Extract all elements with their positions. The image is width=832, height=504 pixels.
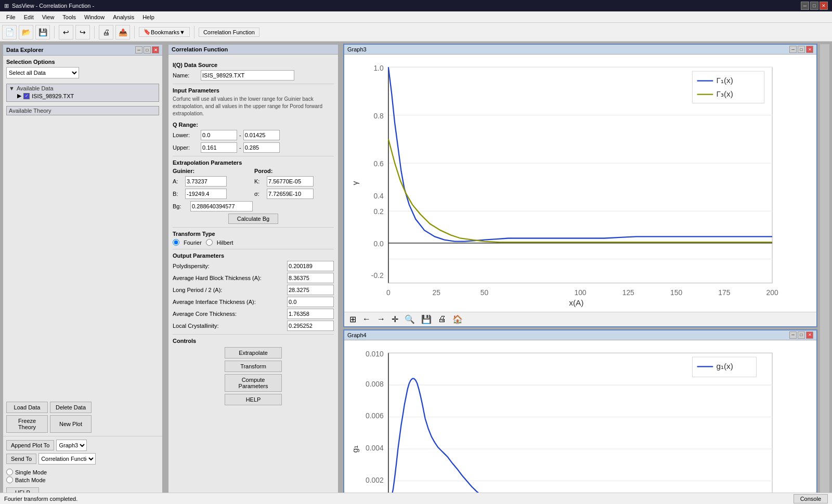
delete-data-button[interactable]: Delete Data [50,402,92,413]
k-label: K: [254,178,265,184]
status-bar: Fourier transform completed. Console [0,493,832,504]
expand-icon[interactable]: ▼ [9,85,15,91]
undo-button[interactable]: ↩ [59,25,73,39]
g3-save-icon[interactable]: 💾 [420,313,433,325]
sigma-input[interactable] [267,189,314,199]
expand-file-icon: ▶ [17,92,21,99]
porod-label: Porod: [254,168,334,174]
de-close-button[interactable]: ✕ [152,46,159,54]
long-period-label: Long Period / 2 (A): [173,287,287,293]
g4-minimize-button[interactable]: ─ [789,331,797,339]
g3-minimize-button[interactable]: ─ [789,46,797,53]
console-button[interactable]: Console [794,494,828,503]
append-plot-button[interactable]: Append Plot To [6,440,54,450]
g3-forward-icon[interactable]: → [376,313,386,325]
bg-input[interactable] [190,201,253,211]
send-to-button[interactable]: Send To [6,454,36,464]
menu-analysis[interactable]: Analysis [109,13,138,21]
available-data-section: ▼ Available Data ▶ ✓ ISIS_98929.TXT [6,84,159,102]
upper-max-input[interactable] [243,142,280,153]
g3-pan-icon[interactable]: ✛ [391,313,399,325]
file-checkbox[interactable]: ✓ [23,93,30,99]
batch-mode-radio[interactable] [6,476,13,483]
g3-home-icon[interactable]: 🏠 [451,313,464,325]
freeze-theory-button[interactable]: Freeze Theory [6,415,48,433]
menu-file[interactable]: File [2,13,20,21]
hilbert-radio[interactable] [206,239,213,246]
svg-text:0.8: 0.8 [373,112,384,120]
g4-maximize-button[interactable]: □ [798,331,805,339]
guinier-label: Guinier: [173,168,252,174]
avg-interface-input[interactable] [287,297,334,307]
svg-text:g₁(x): g₁(x) [716,362,733,370]
bookmarks-label[interactable]: 🔖 Bookmarks ▼ [139,27,190,37]
send-to-select[interactable]: Correlation Functio [38,453,96,465]
de-minimize-button[interactable]: ─ [135,46,142,54]
available-theory-section: Available Theory [6,106,159,115]
g4-close-button[interactable]: ✕ [806,331,813,339]
iq-datasource-title: I(Q) Data Source [173,62,334,68]
minimize-button[interactable]: ─ [801,2,809,10]
single-mode-radio[interactable] [6,469,13,475]
corr-help-button[interactable]: HELP [225,394,282,405]
graph4-window: Graph4 ─ □ ✕ [343,329,817,504]
print-button[interactable]: 🖨 [99,25,113,39]
fourier-label: Fourier [184,240,202,246]
tree-area: ▼ Available Data ▶ ✓ ISIS_98929.TXT Avai… [3,82,162,399]
lower-max-input[interactable] [243,130,280,140]
redo-button[interactable]: ↪ [75,25,90,39]
export-button[interactable]: 📤 [115,25,130,39]
menu-window[interactable]: Window [80,13,109,21]
close-button[interactable]: ✕ [820,2,828,10]
load-data-button[interactable]: Load Data [6,402,48,413]
local-crystallinity-input[interactable] [287,321,334,331]
fourier-radio[interactable] [173,239,179,246]
g3-maximize-button[interactable]: □ [798,46,805,53]
data-file-item[interactable]: ▶ ✓ ISIS_98929.TXT [9,91,157,100]
svg-text:γ: γ [350,181,359,185]
select-all-dropdown[interactable]: Select all Data [6,67,79,78]
svg-text:200: 200 [766,288,778,297]
svg-text:0.2: 0.2 [373,207,383,216]
data-explorer-title-bar: Data Explorer ─ □ ✕ [3,45,162,56]
app-icon: ⊞ [4,3,9,9]
graph3-toolbar: ⊞ ← → ✛ 🔍 💾 🖨 🏠 [344,312,816,326]
graph3-content: 1.0 0.8 0.6 0.4 0.2 0.0 -0.2 0 25 50 100… [344,55,816,312]
avg-hard-block-input[interactable] [287,273,334,283]
calc-bg-button[interactable]: Calculate Bg [228,214,278,224]
menu-help[interactable]: Help [138,13,159,21]
avg-core-input[interactable] [287,309,334,319]
menu-view[interactable]: View [38,13,59,21]
b-input[interactable] [185,189,227,199]
long-period-input[interactable] [287,285,334,295]
k-input[interactable] [267,176,314,187]
g3-table-icon[interactable]: ⊞ [348,313,357,325]
name-input[interactable] [201,70,294,81]
g3-print-icon[interactable]: 🖨 [437,313,447,325]
append-plot-select[interactable]: Graph3 [56,440,87,451]
lower-min-input[interactable] [201,130,237,140]
menu-edit[interactable]: Edit [20,13,38,21]
upper-min-input[interactable] [201,142,237,153]
svg-text:Γ₁(x): Γ₁(x) [716,76,733,85]
transform-button[interactable]: Transform [225,361,282,372]
action-buttons-area: Load Data Delete Data Freeze Theory New … [3,399,162,436]
transform-type-title: Transform Type [173,231,334,237]
g3-zoom-icon[interactable]: 🔍 [404,313,416,325]
a-input[interactable] [185,176,227,187]
new-plot-button[interactable]: New Plot [50,415,92,433]
de-maximize-button[interactable]: □ [144,46,151,54]
g3-back-icon[interactable]: ← [361,313,372,325]
new-button[interactable]: 📄 [2,25,17,39]
save-button[interactable]: 💾 [35,25,50,39]
maximize-button[interactable]: □ [810,2,818,10]
menu-bar: File Edit View Tools Window Analysis Hel… [0,11,832,23]
batch-mode-label: Batch Mode [15,477,46,483]
open-button[interactable]: 📂 [19,25,33,39]
svg-text:-0.2: -0.2 [371,271,384,280]
polydispersity-input[interactable] [287,261,334,271]
compute-params-button[interactable]: Compute Parameters [225,374,282,392]
g3-close-button[interactable]: ✕ [806,46,813,53]
menu-tools[interactable]: Tools [58,13,80,21]
extrapolate-button[interactable]: Extrapolate [225,347,282,359]
